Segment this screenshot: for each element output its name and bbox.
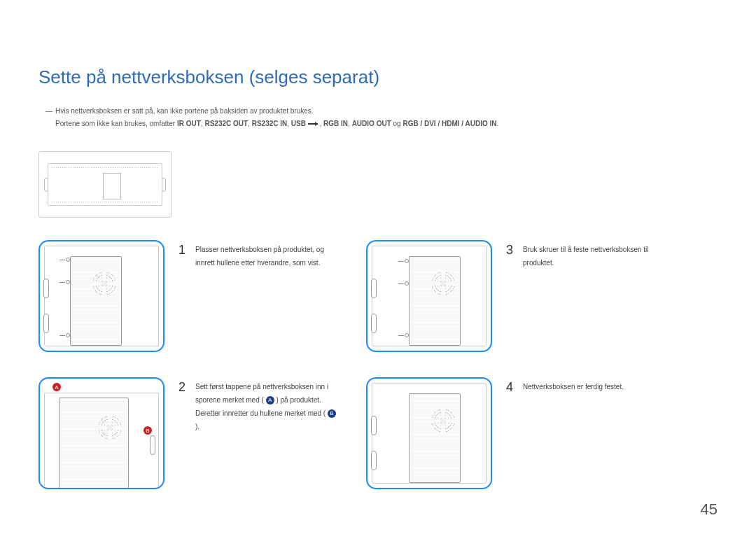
figure-overview-netbox [103,173,121,199]
vent-icon [97,415,122,440]
ref-b-icon: B [328,409,336,418]
note-line1: Hvis nettverksboksen er satt på, kan ikk… [55,107,314,115]
note-dash-icon: ― [46,105,55,118]
figure-step-2: A B [38,377,164,489]
vent-icon [430,408,456,433]
vent-icon [92,271,117,296]
note-line2: Portene som ikke kan brukes, omfatter IR… [46,118,718,130]
usb-icon [308,121,318,127]
step-number-2: 2 [178,380,186,395]
netbox-icon [409,393,461,483]
step-text-3: Bruk skruer til å feste nettverksboksen … [523,243,667,269]
figure-overview [38,151,172,218]
netbox-icon [70,256,122,346]
page-title: Sette på nettverksboksen (selges separat… [38,66,718,88]
vent-icon [430,271,456,296]
netbox-icon [59,398,129,489]
note-block: ―Hvis nettverksboksen er satt på, kan ik… [38,105,718,130]
step-number-4: 4 [506,380,513,395]
figure-step-4 [366,377,492,489]
figure-step-1 [38,240,164,352]
ref-a-icon: A [266,396,274,405]
figure-step-3 [366,240,492,352]
page-number: 45 [701,500,718,519]
step-text-2: Sett først tappene på nettverksboksen in… [195,380,340,433]
step-number-3: 3 [506,243,513,258]
marker-a-icon: A [52,383,61,391]
step-number-1: 1 [178,243,186,258]
step-text-1: Plasser nettverksboksen på produktet, og… [195,243,340,269]
step-text-4: Nettverksboksen er ferdig festet. [523,380,624,393]
netbox-icon [409,256,461,346]
